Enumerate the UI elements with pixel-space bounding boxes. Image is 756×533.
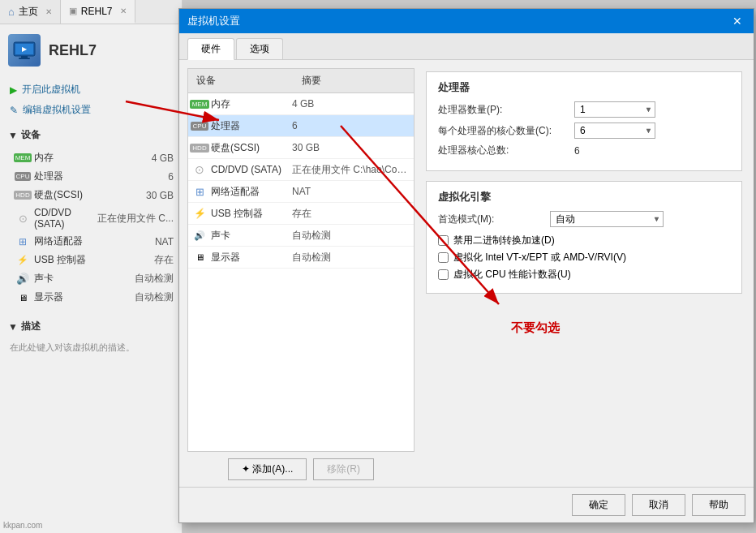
vm-header: ▶ REHL7 <box>0 24 182 76</box>
device-row-usb[interactable]: ⚡ USB 控制器 存在 <box>188 203 414 225</box>
row-cpu-icon: CPU <box>191 118 208 134</box>
cores-per-proc-select[interactable]: 1 2 4 6 8 <box>574 123 655 139</box>
sidebar-sound-value: 自动检测 <box>135 272 174 286</box>
row-hdd-name: 硬盘(SCSI) <box>211 141 292 155</box>
tab-rehl7-close[interactable]: ✕ <box>120 6 127 15</box>
sidebar-net-name: 网络适配器 <box>34 234 150 248</box>
num-processors-select[interactable]: 1 2 4 8 <box>574 101 655 118</box>
start-icon: ▶ <box>10 84 17 96</box>
vtx-label: 虚拟化 Intel VT-x/EPT 或 AMD-V/RVI(V) <box>453 251 626 264</box>
display-icon: 🖥 <box>16 293 29 303</box>
remove-device-button[interactable]: 移除(R) <box>313 458 374 480</box>
dialog-titlebar: 虚拟机设置 ✕ <box>179 9 754 33</box>
net-icon: ⊞ <box>16 237 29 247</box>
cores-per-proc-select-wrap: 1 2 4 6 8 ▼ <box>574 123 655 139</box>
usb-icon: ⚡ <box>16 256 29 265</box>
row-display-summary: 自动检测 <box>292 251 414 264</box>
app-sidebar: ⌂ 主页 ✕ ▣ REHL7 ✕ ▶ REHL7 ▶ 开启此虚拟机 <box>0 0 183 533</box>
desc-placeholder: 在此处键入对该虚拟机的描述。 <box>0 338 182 357</box>
device-row-net[interactable]: ⊞ 网络适配器 NAT <box>188 181 414 203</box>
desc-title: 描述 <box>21 320 41 333</box>
row-usb-name: USB 控制器 <box>211 207 292 221</box>
row-mem-name: 内存 <box>211 97 292 111</box>
tab-bar: ⌂ 主页 ✕ ▣ REHL7 ✕ <box>0 0 182 24</box>
hdd-icon: HDD <box>16 191 29 200</box>
tab-rehl7[interactable]: ▣ REHL7 ✕ <box>61 0 135 24</box>
row-net-summary: NAT <box>292 186 414 197</box>
device-row-cpu[interactable]: CPU 处理器 6 <box>188 115 414 137</box>
home-icon: ⌂ <box>8 6 15 18</box>
sidebar-display-name: 显示器 <box>34 290 130 304</box>
config-row-total-cores: 处理器核心总数: 6 <box>438 144 730 157</box>
device-row-cd[interactable]: ⊙ CD/DVD (SATA) 正在使用文件 C:\hao\Coding\Lin… <box>188 159 414 181</box>
sound-icon: 🔊 <box>16 274 29 284</box>
cpu-perf-checkbox[interactable] <box>438 269 449 280</box>
row-net-icon: ⊞ <box>191 183 208 200</box>
preferred-mode-select-wrap: 自动 ▼ <box>550 211 664 227</box>
row-cpu-summary: 6 <box>292 120 414 131</box>
tab-hardware[interactable]: 硬件 <box>187 38 234 60</box>
vm-tab-icon: ▣ <box>69 6 77 16</box>
sidebar-usb-value: 存在 <box>154 253 174 267</box>
vtx-checkbox[interactable] <box>438 252 449 263</box>
cancel-button[interactable]: 取消 <box>632 494 685 516</box>
sidebar-cd-value: 正在使用文件 C... <box>97 212 174 226</box>
device-row-sound[interactable]: 🔊 声卡 自动检测 <box>188 225 414 247</box>
action-list: ▶ 开启此虚拟机 ✎ 编辑虚拟机设置 <box>0 76 182 123</box>
device-row-mem[interactable]: MEM 内存 4 GB <box>188 93 414 115</box>
total-cores-label: 处理器核心总数: <box>438 144 568 157</box>
preferred-mode-label: 首选模式(M): <box>438 213 543 226</box>
row-cpu-name: 处理器 <box>211 119 292 133</box>
tab-home[interactable]: ⌂ 主页 ✕ <box>0 0 61 24</box>
ok-button[interactable]: 确定 <box>572 494 625 516</box>
tab-options-label: 选项 <box>250 43 269 54</box>
tab-home-close[interactable]: ✕ <box>45 7 52 16</box>
action-edit-label: 编辑虚拟机设置 <box>23 103 91 117</box>
row-sound-name: 声卡 <box>211 229 292 243</box>
sidebar-device-cpu: CPU 处理器 6 <box>0 167 182 186</box>
devices-section-header[interactable]: ▼ 设备 <box>0 123 182 147</box>
add-device-button[interactable]: ✦ 添加(A)... <box>228 458 307 480</box>
sidebar-device-display: 🖥 显示器 自动检测 <box>0 288 182 307</box>
dialog-close-button[interactable]: ✕ <box>729 15 745 28</box>
dialog-body: 设备 摘要 MEM 内存 4 GB CPU 处理器 6 HDD 硬盘(SCSI)… <box>179 60 754 473</box>
tab-home-label: 主页 <box>19 5 38 19</box>
cd-icon: ⊙ <box>16 213 29 223</box>
total-cores-value: 6 <box>574 145 580 157</box>
num-processors-select-wrap: 1 2 4 8 ▼ <box>574 101 655 118</box>
row-sound-summary: 自动检测 <box>292 229 414 243</box>
sidebar-device-net: ⊞ 网络适配器 NAT <box>0 232 182 251</box>
edit-icon: ✎ <box>10 105 18 116</box>
device-row-display[interactable]: 🖥 显示器 自动检测 <box>188 247 414 269</box>
device-row-hdd[interactable]: HDD 硬盘(SCSI) 30 GB <box>188 137 414 159</box>
checkbox-disable-binary: 禁用二进制转换加速(D) <box>438 234 730 247</box>
desc-arrow: ▼ <box>8 321 18 333</box>
processor-section: 处理器 处理器数量(P): 1 2 4 8 ▼ 每个处理器的核心数量(C) <box>426 71 742 171</box>
sidebar-mem-name: 内存 <box>34 151 147 165</box>
row-hdd-icon: HDD <box>191 140 208 156</box>
col-summary-label: 摘要 <box>294 72 414 89</box>
disable-binary-checkbox[interactable] <box>438 235 449 246</box>
watermark: kkpan.com <box>3 521 42 530</box>
devices-title: 设备 <box>21 128 41 142</box>
action-edit[interactable]: ✎ 编辑虚拟机设置 <box>0 100 182 120</box>
col-device-label: 设备 <box>188 72 294 89</box>
tab-options[interactable]: 选项 <box>236 38 283 59</box>
svg-rect-2 <box>21 56 28 58</box>
sidebar-device-mem: MEM 内存 4 GB <box>0 148 182 167</box>
row-cd-name: CD/DVD (SATA) <box>211 164 292 175</box>
sidebar-device-cd: ⊙ CD/DVD (SATA) 正在使用文件 C... <box>0 204 182 232</box>
virtualization-section: 虚拟化引擎 首选模式(M): 自动 ▼ 禁用二进制转换加速(D) <box>426 181 742 294</box>
preferred-mode-select[interactable]: 自动 <box>550 211 664 227</box>
help-button[interactable]: 帮助 <box>692 494 745 516</box>
action-start-label: 开启此虚拟机 <box>22 83 80 97</box>
action-start[interactable]: ▶ 开启此虚拟机 <box>0 80 182 100</box>
sidebar-net-value: NAT <box>155 236 174 247</box>
config-panel: 处理器 处理器数量(P): 1 2 4 8 ▼ 每个处理器的核心数量(C) <box>423 68 745 465</box>
desc-section-header[interactable]: ▼ 描述 <box>0 315 182 338</box>
sidebar-device-usb: ⚡ USB 控制器 存在 <box>0 251 182 269</box>
device-rows: MEM 内存 4 GB CPU 处理器 6 HDD 硬盘(SCSI) 30 GB… <box>188 93 414 269</box>
svg-text:▶: ▶ <box>22 45 28 53</box>
num-processors-label: 处理器数量(P): <box>438 103 568 117</box>
sidebar-device-sound: 🔊 声卡 自动检测 <box>0 269 182 288</box>
